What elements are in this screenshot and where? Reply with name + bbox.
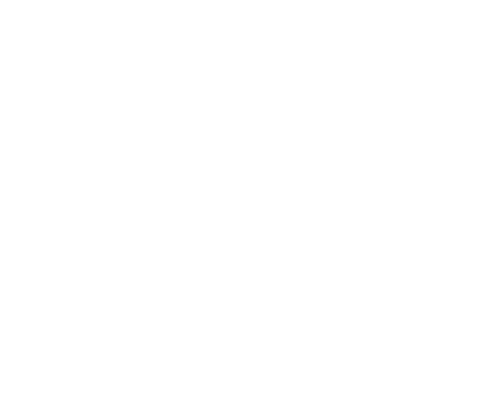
plot-canvas <box>0 0 504 420</box>
figure-page <box>0 0 504 420</box>
